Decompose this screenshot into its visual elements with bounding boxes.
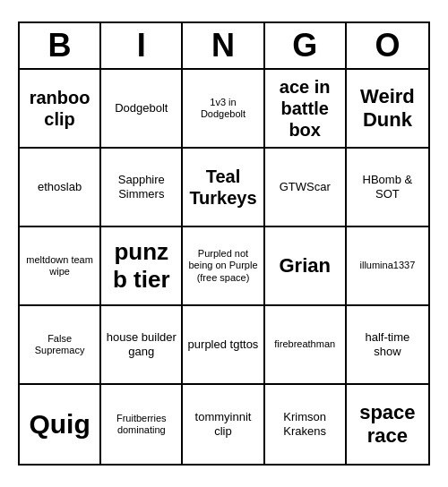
bingo-header: BINGO <box>20 23 428 70</box>
bingo-cell: purpled tgttos <box>183 306 264 385</box>
bingo-cell: meltdown team wipe <box>20 227 101 306</box>
header-letter: G <box>265 23 347 68</box>
bingo-cell: Weird Dunk <box>347 70 428 149</box>
bingo-cell: Sapphire Simmers <box>101 149 183 227</box>
bingo-cell: Fruitberries dominating <box>101 385 183 464</box>
bingo-cell: ethoslab <box>20 149 101 227</box>
bingo-cell: HBomb & SOT <box>347 149 428 227</box>
bingo-cell: space race <box>347 385 428 464</box>
bingo-cell: Krimson Krakens <box>265 385 347 464</box>
bingo-cell: 1v3 in Dodgebolt <box>183 70 264 149</box>
header-letter: O <box>347 23 428 68</box>
header-letter: N <box>183 23 264 68</box>
bingo-cell: half-time show <box>347 306 428 385</box>
bingo-cell: Quig <box>20 385 101 464</box>
bingo-cell: house builder gang <box>101 306 183 385</box>
bingo-cell: Purpled not being on Purple (free space) <box>183 227 264 306</box>
bingo-cell: False Supremacy <box>20 306 101 385</box>
bingo-cell: Dodgebolt <box>101 70 183 149</box>
bingo-cell: GTWScar <box>265 149 347 227</box>
bingo-cell: illumina1337 <box>347 227 428 306</box>
header-letter: B <box>20 23 101 68</box>
bingo-cell: tommyinnit clip <box>183 385 264 464</box>
bingo-cell: Grian <box>265 227 347 306</box>
bingo-cell: ranboo clip <box>20 70 101 149</box>
header-letter: I <box>101 23 183 68</box>
bingo-cell: ace in battle box <box>265 70 347 149</box>
bingo-grid: ranboo clipDodgebolt1v3 in Dodgeboltace … <box>20 70 428 464</box>
bingo-cell: firebreathman <box>265 306 347 385</box>
bingo-cell: punz b tier <box>101 227 183 306</box>
bingo-card: BINGO ranboo clipDodgebolt1v3 in Dodgebo… <box>18 21 430 466</box>
bingo-cell: Teal Turkeys <box>183 149 264 227</box>
